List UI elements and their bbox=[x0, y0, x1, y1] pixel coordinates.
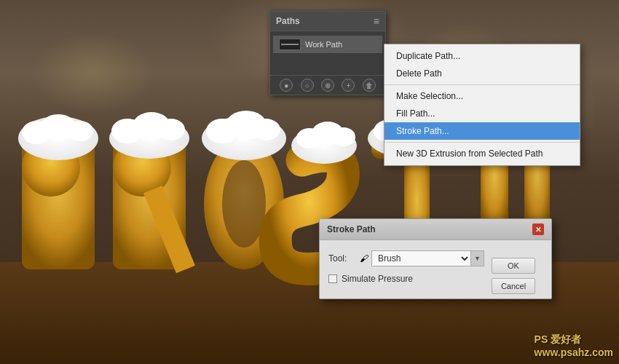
paths-panel-footer: ● ○ ⊕ + 🗑 bbox=[270, 75, 385, 95]
tool-label: Tool: bbox=[328, 253, 354, 264]
paths-panel-menu-icon[interactable]: ≡ bbox=[374, 15, 379, 27]
paths-panel-body: Work Path bbox=[270, 31, 385, 75]
load-selection-btn[interactable]: ⊕ bbox=[321, 79, 334, 92]
simulate-pressure-checkbox[interactable] bbox=[328, 274, 337, 283]
context-menu-item-fill-path[interactable]: Fill Path... bbox=[385, 105, 580, 122]
dialog-content: Tool: 🖌 Brush ▼ Simulate Pressure OK Can… bbox=[328, 250, 543, 284]
path-thumbnail bbox=[279, 39, 301, 50]
stroke-path-dialog: Stroke Path ✕ Tool: 🖌 Brush ▼ Simulate P… bbox=[319, 218, 552, 299]
context-menu-separator-1 bbox=[385, 84, 580, 85]
tool-row: Tool: 🖌 Brush ▼ bbox=[328, 250, 484, 266]
dialog-body: Tool: 🖌 Brush ▼ Simulate Pressure OK Can… bbox=[320, 240, 551, 298]
context-menu-separator-2 bbox=[385, 142, 580, 143]
delete-path-btn[interactable]: 🗑 bbox=[363, 79, 376, 92]
context-menu-item-make-selection[interactable]: Make Selection... bbox=[385, 87, 580, 105]
watermark: PS 爱好者 www.psahz.com bbox=[535, 333, 613, 358]
paths-panel-header: Paths ≡ bbox=[270, 12, 385, 31]
stroke-path-btn[interactable]: ○ bbox=[301, 79, 314, 92]
work-path-label: Work Path bbox=[305, 40, 342, 49]
new-path-btn[interactable]: + bbox=[342, 79, 355, 92]
simulate-pressure-label: Simulate Pressure bbox=[342, 274, 413, 284]
context-menu-item-3d-extrusion[interactable]: New 3D Extrusion from Selected Path bbox=[385, 145, 580, 162]
fill-path-btn[interactable]: ● bbox=[280, 79, 293, 92]
context-menu: Duplicate Path... Delete Path Make Selec… bbox=[384, 44, 580, 166]
dialog-title: Stroke Path bbox=[327, 224, 376, 234]
work-path-item[interactable]: Work Path bbox=[273, 36, 382, 53]
svg-point-18 bbox=[251, 119, 280, 141]
context-menu-item-duplicate[interactable]: Duplicate Path... bbox=[385, 47, 580, 65]
simulate-pressure-row: Simulate Pressure bbox=[328, 274, 484, 284]
dialog-buttons: OK Cancel bbox=[492, 258, 535, 294]
paths-panel: Paths ≡ Work Path ● ○ ⊕ + 🗑 bbox=[269, 11, 386, 95]
tool-select[interactable]: Brush bbox=[371, 250, 471, 266]
dialog-titlebar: Stroke Path ✕ bbox=[320, 219, 551, 240]
svg-point-22 bbox=[332, 127, 355, 146]
dropdown-arrow[interactable]: ▼ bbox=[471, 250, 484, 266]
cancel-button[interactable]: Cancel bbox=[492, 278, 535, 294]
context-menu-item-stroke-path[interactable]: Stroke Path... bbox=[385, 122, 580, 140]
brush-icon: 🖌 bbox=[360, 253, 368, 264]
context-menu-item-delete[interactable]: Delete Path bbox=[385, 65, 580, 82]
svg-point-5 bbox=[67, 121, 93, 141]
ok-button[interactable]: OK bbox=[492, 258, 535, 274]
paths-panel-title: Paths bbox=[276, 16, 300, 26]
svg-point-12 bbox=[157, 119, 185, 141]
dialog-close-button[interactable]: ✕ bbox=[532, 223, 544, 235]
